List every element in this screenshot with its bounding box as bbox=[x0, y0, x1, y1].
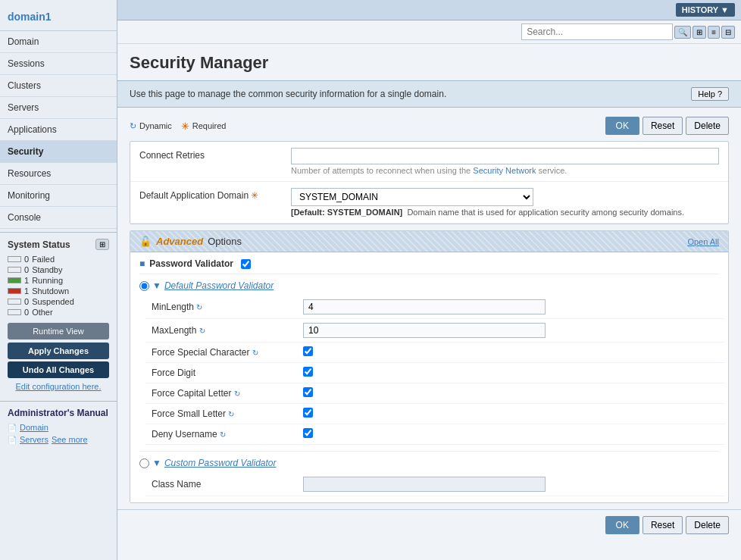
class-name-row: Class Name bbox=[145, 473, 725, 496]
admin-link-servers[interactable]: Servers bbox=[20, 435, 48, 444]
force-capital-letter-label: Force Capital Letter bbox=[152, 388, 231, 399]
default-pv-radio-row: ▼ Default Password Validator bbox=[139, 280, 719, 291]
main-content: HISTORY ▼ 🔍 ⊞ ≡ ⊟ Security Manager Use t… bbox=[117, 0, 741, 560]
status-row-standby: 0 Standby bbox=[8, 265, 109, 274]
sidebar-item-domain[interactable]: Domain bbox=[0, 31, 117, 53]
default-app-domain-select[interactable]: SYSTEM_DOMAIN bbox=[291, 188, 533, 206]
help-button[interactable]: Help ? bbox=[691, 87, 729, 101]
status-label-failed: Failed bbox=[32, 255, 55, 264]
class-name-input[interactable] bbox=[303, 477, 546, 492]
force-digit-checkbox[interactable] bbox=[303, 367, 313, 377]
status-label-standby: Standby bbox=[32, 265, 62, 274]
status-indicator-running bbox=[8, 277, 21, 283]
deny-username-sync-icon[interactable]: ↻ bbox=[220, 430, 226, 439]
custom-pv-radio[interactable] bbox=[139, 458, 149, 468]
dynamic-legend: ↻ Dynamic bbox=[130, 121, 172, 131]
min-length-sync-icon[interactable]: ↻ bbox=[196, 303, 202, 311]
edit-config-link[interactable]: Edit configuration here. bbox=[8, 382, 109, 391]
password-validator-checkbox[interactable] bbox=[241, 259, 251, 269]
dynamic-label: Dynamic bbox=[139, 121, 172, 130]
force-small-letter-label: Force Small Letter bbox=[152, 408, 226, 419]
search-icon-button[interactable]: 🔍 bbox=[674, 26, 691, 39]
force-digit-label: Force Digit bbox=[152, 368, 195, 378]
password-validator-header: ■ Password Validator bbox=[139, 258, 719, 274]
security-network-link[interactable]: Security Network bbox=[473, 166, 536, 175]
sidebar-item-applications[interactable]: Applications bbox=[0, 119, 117, 141]
status-indicator-standby bbox=[8, 267, 21, 273]
ok-button-top[interactable]: OK bbox=[605, 117, 639, 135]
history-button[interactable]: HISTORY ▼ bbox=[676, 3, 735, 17]
custom-pv-label[interactable]: Custom Password Validator bbox=[164, 458, 277, 468]
sidebar-item-servers[interactable]: Servers bbox=[0, 97, 117, 119]
sidebar: domain1 Domain Sessions Clusters Servers… bbox=[0, 0, 117, 560]
delete-button-bottom[interactable]: Delete bbox=[686, 516, 729, 534]
search-input[interactable] bbox=[521, 23, 673, 40]
system-status-title: System Status bbox=[8, 239, 70, 250]
force-special-char-checkbox[interactable] bbox=[303, 346, 313, 356]
status-count-standby: 0 bbox=[24, 265, 29, 274]
force-capital-letter-checkbox[interactable] bbox=[303, 387, 313, 397]
toolbar-icon-3[interactable]: ⊟ bbox=[721, 26, 735, 39]
status-row-other: 0 Other bbox=[8, 308, 109, 317]
sidebar-domain[interactable]: domain1 bbox=[0, 0, 117, 31]
status-row-suspended: 0 Suspended bbox=[8, 297, 109, 306]
form-area: Connect Retries Number of attempts to re… bbox=[130, 141, 729, 224]
status-count-failed: 0 bbox=[24, 255, 29, 264]
reset-button-top[interactable]: Reset bbox=[643, 117, 683, 135]
dropdown-arrow-icon: ▼ bbox=[152, 280, 161, 291]
max-length-label: MaxLength bbox=[152, 325, 196, 336]
force-small-letter-checkbox[interactable] bbox=[303, 408, 313, 418]
force-capital-letter-sync-icon[interactable]: ↻ bbox=[234, 389, 240, 398]
runtime-view-button[interactable]: Runtime View bbox=[8, 323, 109, 339]
admin-manual: Administrator's Manual 📄 Domain 📄 Server… bbox=[0, 401, 117, 452]
pv-form-table: MinLength ↻ MaxLength ↻ bbox=[145, 296, 725, 445]
max-length-input[interactable] bbox=[303, 323, 546, 338]
history-label: HISTORY bbox=[682, 5, 718, 14]
custom-pv-section: ▼ Custom Password Validator Class Name bbox=[139, 451, 719, 496]
top-bar: HISTORY ▼ bbox=[117, 0, 741, 20]
default-value-label: [Default: SYSTEM_DOMAIN] bbox=[291, 208, 402, 217]
apply-changes-button[interactable]: Apply Changes bbox=[8, 343, 109, 359]
system-status-toggle[interactable]: ⊞ bbox=[95, 239, 109, 250]
default-app-domain-row: Default Application Domain ✳ SYSTEM_DOMA… bbox=[130, 182, 728, 224]
sidebar-item-security[interactable]: Security bbox=[0, 141, 117, 163]
toolbar-icon-2[interactable]: ≡ bbox=[708, 26, 720, 39]
force-small-letter-sync-icon[interactable]: ↻ bbox=[228, 410, 234, 418]
toolbar-icon-1[interactable]: ⊞ bbox=[693, 26, 706, 39]
default-pv-label[interactable]: Default Password Validator bbox=[164, 280, 274, 291]
required-icon: ✳ bbox=[181, 120, 189, 132]
admin-link-domain-row: 📄 Domain bbox=[8, 421, 109, 433]
status-count-running: 1 bbox=[24, 276, 29, 285]
sidebar-item-sessions[interactable]: Sessions bbox=[0, 53, 117, 75]
status-count-suspended: 0 bbox=[24, 297, 29, 306]
ok-button-bottom[interactable]: OK bbox=[605, 516, 639, 534]
sidebar-item-resources[interactable]: Resources bbox=[0, 163, 117, 185]
force-capital-letter-row: Force Capital Letter ↻ bbox=[145, 383, 725, 404]
advanced-header: 🔓 Advanced Options Open All bbox=[130, 231, 728, 252]
default-app-domain-control: SYSTEM_DOMAIN [Default: SYSTEM_DOMAIN] D… bbox=[291, 188, 719, 217]
min-length-input[interactable] bbox=[303, 299, 546, 314]
delete-button-top[interactable]: Delete bbox=[686, 117, 729, 135]
connect-retries-label: Connect Retries bbox=[139, 148, 291, 161]
password-validator-section: ■ Password Validator ▼ Default Password … bbox=[130, 252, 728, 502]
admin-see-more-link[interactable]: See more bbox=[52, 435, 88, 444]
status-label-running: Running bbox=[32, 276, 63, 285]
default-app-domain-label: Default Application Domain ✳ bbox=[139, 188, 291, 201]
force-special-char-sync-icon[interactable]: ↻ bbox=[252, 349, 258, 357]
undo-all-changes-button[interactable]: Undo All Changes bbox=[8, 361, 109, 378]
connect-retries-input[interactable] bbox=[291, 148, 719, 164]
info-text: Use this page to manage the common secur… bbox=[130, 89, 446, 99]
open-all-link[interactable]: Open All bbox=[687, 237, 719, 246]
reset-button-bottom[interactable]: Reset bbox=[643, 516, 683, 534]
admin-link-domain[interactable]: Domain bbox=[20, 423, 48, 432]
max-length-sync-icon[interactable]: ↻ bbox=[199, 327, 205, 335]
admin-manual-title: Administrator's Manual bbox=[8, 408, 109, 418]
default-pv-radio[interactable] bbox=[139, 281, 149, 291]
sidebar-item-monitoring[interactable]: Monitoring bbox=[0, 185, 117, 207]
sidebar-item-console[interactable]: Console bbox=[0, 207, 117, 229]
force-small-letter-row: Force Small Letter ↻ bbox=[145, 404, 725, 424]
deny-username-checkbox[interactable] bbox=[303, 428, 313, 438]
sidebar-item-clusters[interactable]: Clusters bbox=[0, 75, 117, 97]
class-name-label: Class Name bbox=[145, 473, 297, 496]
custom-pv-form-table: Class Name bbox=[145, 473, 725, 496]
